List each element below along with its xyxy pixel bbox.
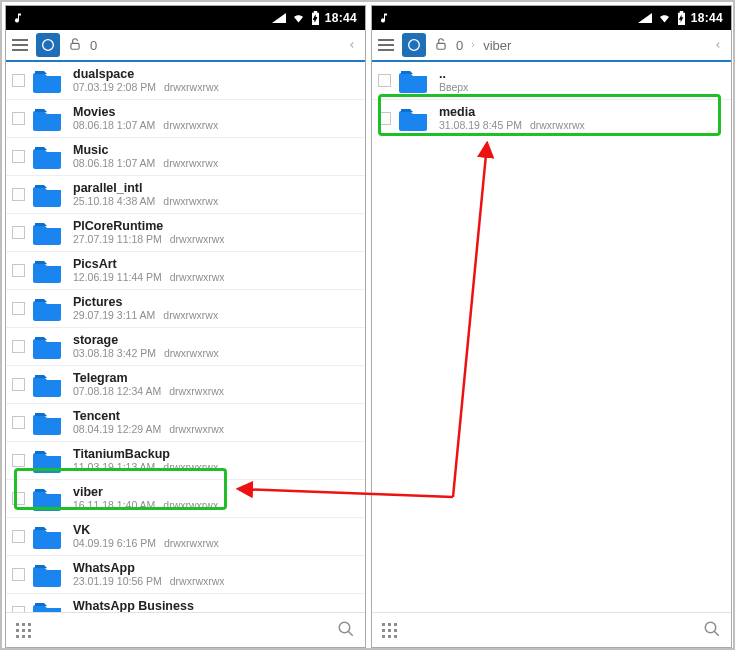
item-meta: media31.08.19 8:45 PMdrwxrwxrwx <box>439 106 585 131</box>
checkbox[interactable] <box>12 226 25 239</box>
checkbox[interactable] <box>378 112 391 125</box>
item-sub: 08.04.19 12:29 AMdrwxrwxrwx <box>73 424 224 436</box>
checkbox[interactable] <box>12 568 25 581</box>
unlock-icon[interactable] <box>68 37 82 54</box>
checkbox[interactable] <box>12 454 25 467</box>
menu-icon[interactable] <box>12 38 28 52</box>
path-root[interactable]: 0 <box>90 38 97 53</box>
menu-icon[interactable] <box>378 38 394 52</box>
battery-icon <box>311 11 320 25</box>
toolbar: 0 viber <box>372 30 731 62</box>
svg-point-0 <box>43 40 54 51</box>
list-item[interactable]: PicsArt12.06.19 11:44 PMdrwxrwxrwx <box>6 251 365 289</box>
checkbox[interactable] <box>12 264 25 277</box>
item-meta: Pictures29.07.19 3:11 AMdrwxrwxrwx <box>73 296 218 321</box>
list-item[interactable]: viber16.11.18 1:40 AMdrwxrwxrwx <box>6 479 365 517</box>
item-name: Pictures <box>73 296 218 310</box>
item-name: dualspace <box>73 68 219 82</box>
item-meta: Telegram07.08.18 12:34 AMdrwxrwxrwx <box>73 372 224 397</box>
item-sub: 04.09.19 6:16 PMdrwxrwxrwx <box>73 538 219 550</box>
checkbox[interactable] <box>12 112 25 125</box>
app-icon[interactable] <box>36 33 60 57</box>
list-item[interactable]: VK04.09.19 6:16 PMdrwxrwxrwx <box>6 517 365 555</box>
item-name: parallel_intl <box>73 182 218 196</box>
bottom-bar <box>6 612 365 647</box>
folder-icon <box>33 487 63 511</box>
svg-rect-1 <box>71 43 79 49</box>
chevron-icon[interactable] <box>347 37 357 53</box>
folder-icon <box>33 373 63 397</box>
breadcrumb[interactable]: 0 viber <box>456 38 511 53</box>
folder-icon <box>33 449 63 473</box>
checkbox[interactable] <box>12 188 25 201</box>
item-sub: 08.06.18 1:07 AMdrwxrwxrwx <box>73 120 218 132</box>
list-item[interactable]: Music08.06.18 1:07 AMdrwxrwxrwx <box>6 137 365 175</box>
chevron-icon[interactable] <box>713 37 723 53</box>
checkbox[interactable] <box>12 74 25 87</box>
list-item[interactable]: dualspace07.03.19 2:08 PMdrwxrwxrwx <box>6 62 365 99</box>
checkbox[interactable] <box>12 530 25 543</box>
checkbox[interactable] <box>12 378 25 391</box>
list-item[interactable]: Movies08.06.18 1:07 AMdrwxrwxrwx <box>6 99 365 137</box>
item-name: .. <box>439 68 468 82</box>
folder-icon <box>399 69 429 93</box>
list-item[interactable]: Telegram07.08.18 12:34 AMdrwxrwxrwx <box>6 365 365 403</box>
list-item[interactable]: media31.08.19 8:45 PMdrwxrwxrwx <box>372 99 731 137</box>
status-bar: 18:44 <box>372 6 731 30</box>
checkbox[interactable] <box>12 492 25 505</box>
folder-icon <box>33 69 63 93</box>
folder-icon <box>33 183 63 207</box>
item-sub: 31.08.19 8:45 PMdrwxrwxrwx <box>439 120 585 132</box>
list-item[interactable]: Pictures29.07.19 3:11 AMdrwxrwxrwx <box>6 289 365 327</box>
checkbox[interactable] <box>378 74 391 87</box>
music-icon <box>12 12 24 24</box>
list-item[interactable]: parallel_intl25.10.18 4:38 AMdrwxrwxrwx <box>6 175 365 213</box>
search-icon[interactable] <box>337 620 355 641</box>
item-sub: 08.06.18 1:07 AMdrwxrwxrwx <box>73 158 218 170</box>
status-time: 18:44 <box>325 11 357 25</box>
file-list[interactable]: dualspace07.03.19 2:08 PMdrwxrwxrwxMovie… <box>6 62 365 613</box>
apps-icon[interactable] <box>16 623 31 638</box>
search-icon[interactable] <box>703 620 721 641</box>
breadcrumb[interactable]: 0 <box>90 38 97 53</box>
list-item[interactable]: TitaniumBackup11.03.19 1:13 AMdrwxrwxrwx <box>6 441 365 479</box>
item-meta: ..Вверх <box>439 68 468 93</box>
item-name: Music <box>73 144 218 158</box>
svg-point-2 <box>339 622 350 633</box>
item-meta: parallel_intl25.10.18 4:38 AMdrwxrwxrwx <box>73 182 218 207</box>
list-item[interactable]: WhatsApp Business25.10.18 4:25 PMdrwxrwx… <box>6 593 365 613</box>
item-name: viber <box>73 486 218 500</box>
folder-icon <box>33 221 63 245</box>
status-bar: 18:44 <box>6 6 365 30</box>
signal-icon <box>638 13 652 23</box>
item-name: WhatsApp <box>73 562 225 576</box>
wifi-icon <box>291 12 306 24</box>
checkbox[interactable] <box>12 302 25 315</box>
file-list[interactable]: ..Вверхmedia31.08.19 8:45 PMdrwxrwxrwx <box>372 62 731 613</box>
path-current[interactable]: viber <box>483 38 511 53</box>
item-sub: 07.03.19 2:08 PMdrwxrwxrwx <box>73 82 219 94</box>
list-item[interactable]: storage03.08.18 3:42 PMdrwxrwxrwx <box>6 327 365 365</box>
wifi-icon <box>657 12 672 24</box>
checkbox[interactable] <box>12 150 25 163</box>
list-item[interactable]: Tencent08.04.19 12:29 AMdrwxrwxrwx <box>6 403 365 441</box>
apps-icon[interactable] <box>382 623 397 638</box>
item-name: Movies <box>73 106 218 120</box>
item-sub: 23.01.19 10:56 PMdrwxrwxrwx <box>73 576 225 588</box>
item-meta: WhatsApp23.01.19 10:56 PMdrwxrwxrwx <box>73 562 225 587</box>
folder-icon <box>33 525 63 549</box>
list-item[interactable]: WhatsApp23.01.19 10:56 PMdrwxrwxrwx <box>6 555 365 593</box>
item-sub: 12.06.19 11:44 PMdrwxrwxrwx <box>73 272 225 284</box>
svg-rect-4 <box>437 43 445 49</box>
checkbox[interactable] <box>12 416 25 429</box>
checkbox[interactable] <box>12 340 25 353</box>
item-sub: 27.07.19 11:18 PMdrwxrwxrwx <box>73 234 225 246</box>
folder-icon <box>33 259 63 283</box>
item-meta: Movies08.06.18 1:07 AMdrwxrwxrwx <box>73 106 218 131</box>
list-item[interactable]: PlCoreRuntime27.07.19 11:18 PMdrwxrwxrwx <box>6 213 365 251</box>
unlock-icon[interactable] <box>434 37 448 54</box>
list-item[interactable]: ..Вверх <box>372 62 731 99</box>
path-separator <box>469 38 477 53</box>
app-icon[interactable] <box>402 33 426 57</box>
path-root[interactable]: 0 <box>456 38 463 53</box>
